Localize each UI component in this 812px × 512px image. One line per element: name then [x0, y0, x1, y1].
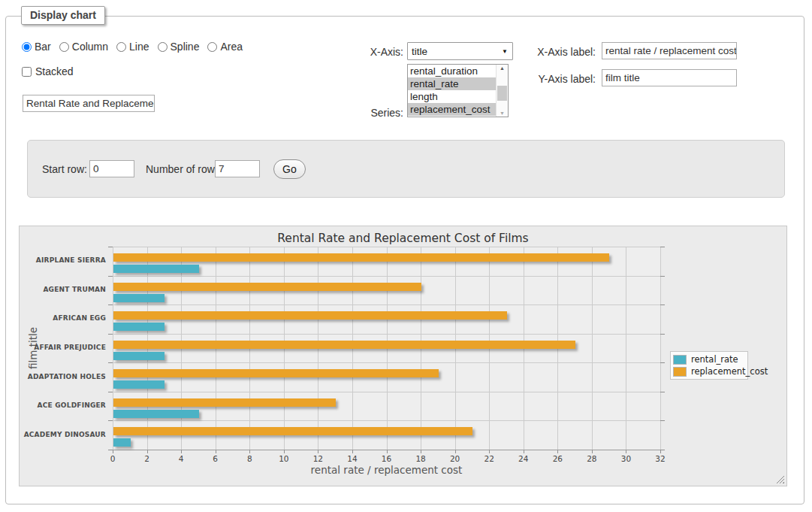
- y-axis-tick-left: [108, 362, 113, 363]
- rows-panel: Start row: Number of rows: Go: [27, 140, 785, 198]
- category-label: AFRICAN EGG: [20, 314, 106, 322]
- y-axis-tick-left: [108, 392, 113, 392]
- chart-type-radio-spline[interactable]: [158, 42, 168, 52]
- x-tick-label: 10: [273, 454, 294, 463]
- chart-type-label-bar: Bar: [35, 41, 51, 53]
- category-label: ACADEMY DINOSAUR: [20, 431, 106, 438]
- series-listbox[interactable]: rental_durationrental_ratelengthreplacem…: [407, 64, 509, 117]
- x-tick-label: 24: [513, 454, 534, 463]
- x-tick-label: 14: [342, 454, 363, 463]
- start-row-input[interactable]: [89, 160, 134, 177]
- resize-grip-icon[interactable]: [776, 475, 784, 483]
- chart-bar-replacement-cost: [113, 398, 336, 407]
- x-tick-label: 12: [307, 454, 328, 463]
- scroll-up-icon[interactable]: ▲: [497, 65, 508, 71]
- stacked-checkbox[interactable]: [22, 67, 32, 77]
- category-label: ADAPTATION HOLES: [20, 373, 106, 380]
- gridline-horizontal: [113, 392, 660, 392]
- y-axis-tick-right: [660, 276, 665, 277]
- y-axis-tick-right: [660, 334, 665, 335]
- y-axis-tick-left: [108, 450, 113, 450]
- gridline-horizontal: [113, 334, 660, 335]
- chart-type-option-area[interactable]: Area: [207, 41, 243, 53]
- go-button[interactable]: Go: [273, 159, 306, 179]
- x-tick-label: 28: [581, 454, 602, 463]
- chart-type-label-spline: Spline: [171, 41, 200, 53]
- display-chart-legend: Display chart: [21, 6, 105, 25]
- x-axis-selected-value: title: [412, 46, 427, 57]
- x-tick-label: 4: [171, 454, 192, 463]
- y-axis-tick-right: [660, 450, 665, 450]
- series-option-replacement_cost[interactable]: replacement_cost: [408, 103, 497, 116]
- select-dropdown-arrow-icon: ▼: [502, 48, 508, 55]
- start-row-caption: Start row:: [42, 163, 87, 175]
- x-tick-label: 8: [239, 454, 260, 463]
- chart-bar-rental-rate: [113, 294, 165, 302]
- chart-type-option-bar[interactable]: Bar: [22, 41, 51, 53]
- x-tick-label: 30: [615, 454, 636, 463]
- legend-row-replacement_cost: replacement_cost: [673, 365, 745, 377]
- gridline-vertical: [660, 247, 661, 450]
- chart-bar-rental-rate: [113, 352, 165, 360]
- chart-title-input[interactable]: [23, 95, 155, 112]
- x-axis-select[interactable]: title ▼: [407, 42, 513, 60]
- x-tick-label: 22: [478, 454, 500, 463]
- chart-type-radio-area[interactable]: [207, 42, 217, 52]
- y-axis-tick-right: [660, 392, 665, 392]
- y-axis-tick-left: [108, 247, 113, 247]
- y-axis-tick-left: [108, 304, 113, 305]
- y-axis-label-input[interactable]: [602, 69, 737, 86]
- series-options: rental_durationrental_ratelengthreplacem…: [408, 65, 497, 117]
- gridline-horizontal: [113, 450, 660, 450]
- chart-bar-replacement-cost: [113, 341, 575, 349]
- chart-type-option-spline[interactable]: Spline: [158, 41, 200, 53]
- chart-bar-rental-rate: [113, 410, 199, 418]
- chart-type-radio-line[interactable]: [116, 42, 126, 52]
- scroll-down-icon[interactable]: ▼: [497, 111, 508, 116]
- x-tick-label: 2: [137, 454, 158, 463]
- gridline-vertical: [626, 247, 626, 450]
- chart-bar-rental-rate: [113, 438, 131, 447]
- category-label: ACE GOLDFINGER: [20, 401, 106, 409]
- chart-legend: rental_ratereplacement_cost: [670, 351, 748, 380]
- x-axis-caption: X-Axis:: [328, 46, 403, 58]
- scroll-thumb[interactable]: [497, 86, 507, 101]
- chart-type-option-column[interactable]: Column: [59, 41, 108, 53]
- series-scrollbar[interactable]: ▲ ▼: [496, 65, 508, 117]
- x-tick-label: 26: [547, 454, 568, 463]
- chart-type-radio-bar[interactable]: [22, 42, 32, 52]
- chart-type-option-line[interactable]: Line: [116, 41, 149, 53]
- chart-type-radio-column[interactable]: [59, 42, 69, 52]
- series-option-rental_rate[interactable]: rental_rate: [408, 77, 497, 90]
- number-of-rows-input[interactable]: [215, 160, 260, 177]
- x-tick-label: 16: [376, 454, 397, 463]
- legend-swatch-replacement_cost: [673, 367, 687, 377]
- category-label: AGENT TRUMAN: [20, 286, 106, 293]
- y-axis-tick-left: [108, 276, 113, 277]
- legend-label: rental_rate: [691, 354, 738, 365]
- x-tick-label: 32: [650, 454, 671, 463]
- legend-label: replacement_cost: [691, 366, 768, 377]
- series-option-rental_duration[interactable]: rental_duration: [408, 65, 497, 77]
- y-axis-tick-right: [660, 247, 665, 247]
- chart-bar-replacement-cost: [113, 253, 609, 262]
- legend-swatch-rental_rate: [673, 355, 687, 365]
- y-axis-tick-right: [660, 362, 665, 363]
- y-axis-tick-left: [108, 334, 113, 335]
- series-option-length[interactable]: length: [408, 90, 497, 103]
- gridline-horizontal: [113, 420, 660, 421]
- stacked-label: Stacked: [35, 65, 74, 77]
- x-tick-label: 6: [205, 454, 226, 463]
- chart-type-radio-group: BarColumnLineSplineArea: [22, 41, 243, 53]
- stacked-option[interactable]: Stacked: [22, 65, 74, 77]
- x-tick-label: 20: [445, 454, 466, 463]
- y-axis-tick-left: [108, 420, 113, 421]
- chart-bar-rental-rate: [113, 265, 199, 273]
- legend-row-rental_rate: rental_rate: [673, 353, 745, 365]
- chart-bar-replacement-cost: [113, 369, 439, 377]
- chart-bar-replacement-cost: [113, 283, 421, 291]
- chart-bar-replacement-cost: [113, 427, 472, 435]
- chart-bar-rental-rate: [113, 380, 165, 389]
- x-axis-label-caption: X-Axis label:: [518, 46, 596, 58]
- x-axis-label-input[interactable]: [602, 42, 737, 59]
